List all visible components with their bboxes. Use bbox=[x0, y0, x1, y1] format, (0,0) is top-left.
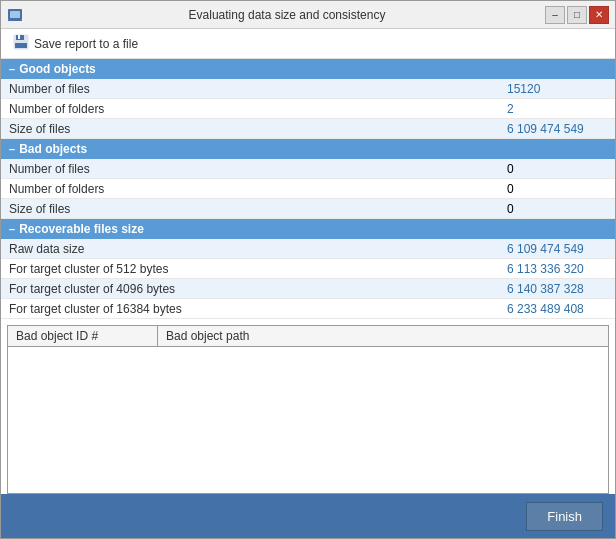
collapse-bad-icon[interactable]: – bbox=[9, 143, 15, 155]
bad-size-files-row: Size of files 0 bbox=[1, 199, 615, 219]
title-bar: Evaluating data size and consistency – □… bbox=[1, 1, 615, 29]
cluster-4096-value: 6 140 387 328 bbox=[507, 282, 607, 296]
good-num-folders-value: 2 bbox=[507, 102, 607, 116]
cluster-512-label: For target cluster of 512 bytes bbox=[9, 262, 507, 276]
raw-data-size-label: Raw data size bbox=[9, 242, 507, 256]
cluster-16384-value: 6 233 489 408 bbox=[507, 302, 607, 316]
good-num-folders-row: Number of folders 2 bbox=[1, 99, 615, 119]
good-size-files-value: 6 109 474 549 bbox=[507, 122, 607, 136]
svg-rect-4 bbox=[8, 20, 22, 21]
cluster-512-value: 6 113 336 320 bbox=[507, 262, 607, 276]
cluster-4096-row: For target cluster of 4096 bytes 6 140 3… bbox=[1, 279, 615, 299]
recoverable-header: – Recoverable files size bbox=[1, 219, 615, 239]
good-num-files-row: Number of files 15120 bbox=[1, 79, 615, 99]
bad-size-files-label: Size of files bbox=[9, 202, 507, 216]
good-objects-label: Good objects bbox=[19, 62, 96, 76]
save-report-button[interactable]: Save report to a file bbox=[9, 32, 142, 55]
bad-objects-table-body bbox=[7, 347, 609, 494]
close-button[interactable]: ✕ bbox=[589, 6, 609, 24]
recoverable-section: – Recoverable files size Raw data size 6… bbox=[1, 219, 615, 319]
minimize-button[interactable]: – bbox=[545, 6, 565, 24]
svg-rect-8 bbox=[15, 43, 27, 48]
bad-num-files-value: 0 bbox=[507, 162, 607, 176]
window-controls: – □ ✕ bbox=[545, 6, 609, 24]
save-report-label: Save report to a file bbox=[34, 37, 138, 51]
raw-data-size-row: Raw data size 6 109 474 549 bbox=[1, 239, 615, 259]
raw-data-size-value: 6 109 474 549 bbox=[507, 242, 607, 256]
cluster-512-row: For target cluster of 512 bytes 6 113 33… bbox=[1, 259, 615, 279]
bad-num-folders-label: Number of folders bbox=[9, 182, 507, 196]
good-size-files-row: Size of files 6 109 474 549 bbox=[1, 119, 615, 139]
cluster-16384-row: For target cluster of 16384 bytes 6 233 … bbox=[1, 299, 615, 319]
bad-objects-header: – Bad objects bbox=[1, 139, 615, 159]
good-num-files-label: Number of files bbox=[9, 82, 507, 96]
bottom-bar: Finish bbox=[1, 494, 615, 538]
main-window: Evaluating data size and consistency – □… bbox=[0, 0, 616, 539]
bad-num-files-label: Number of files bbox=[9, 162, 507, 176]
good-objects-header: – Good objects bbox=[1, 59, 615, 79]
bad-num-folders-value: 0 bbox=[507, 182, 607, 196]
maximize-button[interactable]: □ bbox=[567, 6, 587, 24]
bad-objects-table-header: Bad object ID # Bad object path bbox=[7, 325, 609, 347]
save-icon bbox=[13, 34, 29, 53]
finish-button[interactable]: Finish bbox=[526, 502, 603, 531]
bad-objects-section: – Bad objects Number of files 0 Number o… bbox=[1, 139, 615, 219]
bad-num-files-row: Number of files 0 bbox=[1, 159, 615, 179]
collapse-good-icon[interactable]: – bbox=[9, 63, 15, 75]
recoverable-label: Recoverable files size bbox=[19, 222, 144, 236]
cluster-4096-label: For target cluster of 4096 bytes bbox=[9, 282, 507, 296]
table-col-path: Bad object path bbox=[158, 326, 608, 346]
window-title: Evaluating data size and consistency bbox=[29, 8, 545, 22]
good-objects-section: – Good objects Number of files 15120 Num… bbox=[1, 59, 615, 139]
bad-size-files-value: 0 bbox=[507, 202, 607, 216]
svg-rect-7 bbox=[18, 35, 20, 39]
table-col-id: Bad object ID # bbox=[8, 326, 158, 346]
toolbar: Save report to a file bbox=[1, 29, 615, 59]
cluster-16384-label: For target cluster of 16384 bytes bbox=[9, 302, 507, 316]
app-icon bbox=[7, 7, 23, 23]
good-num-files-value: 15120 bbox=[507, 82, 607, 96]
good-size-files-label: Size of files bbox=[9, 122, 507, 136]
bad-num-folders-row: Number of folders 0 bbox=[1, 179, 615, 199]
good-num-folders-label: Number of folders bbox=[9, 102, 507, 116]
svg-rect-1 bbox=[10, 11, 20, 18]
content-area: – Good objects Number of files 15120 Num… bbox=[1, 59, 615, 494]
collapse-recoverable-icon[interactable]: – bbox=[9, 223, 15, 235]
bad-objects-label: Bad objects bbox=[19, 142, 87, 156]
